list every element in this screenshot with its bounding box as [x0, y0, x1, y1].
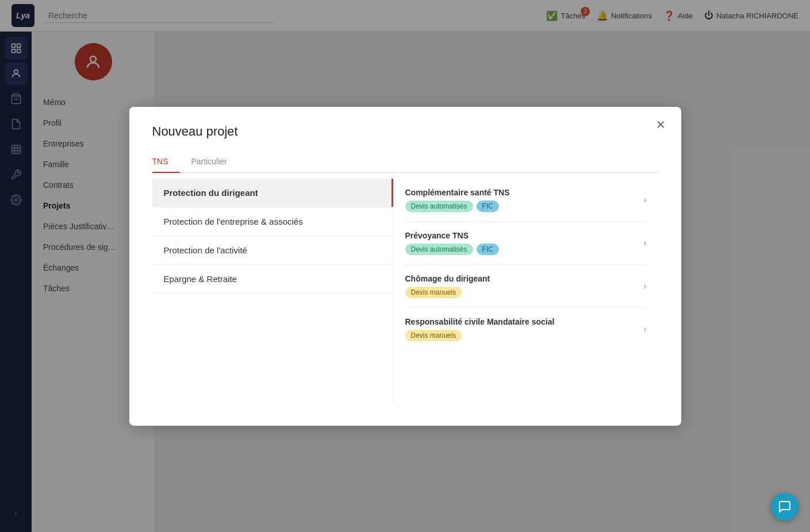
- modal-product-item[interactable]: Prévoyance TNSDevis automatisésFIC›: [405, 222, 647, 265]
- product-name: Chômage du dirigeant: [405, 274, 490, 283]
- product-name: Prévoyance TNS: [405, 231, 499, 240]
- product-badge: Devis automatisés: [405, 244, 473, 255]
- modal-overlay: ✕ Nouveau projet TNSParticulier Protecti…: [0, 0, 810, 532]
- modal-category-item[interactable]: Protection de l'activité: [152, 236, 393, 265]
- product-name: Complémentaire santé TNS: [405, 188, 510, 197]
- chevron-right-icon: ›: [643, 324, 646, 334]
- modal-tabs: TNSParticulier: [152, 151, 658, 173]
- modal-products: Complémentaire santé TNSDevis automatisé…: [394, 173, 658, 403]
- chevron-right-icon: ›: [643, 281, 646, 291]
- modal-category-item[interactable]: Epargne & Retraite: [152, 265, 393, 294]
- modal-category-item[interactable]: Protection de l'entreprise & associés: [152, 207, 393, 236]
- modal-title: Nouveau projet: [152, 124, 658, 139]
- modal: ✕ Nouveau projet TNSParticulier Protecti…: [129, 107, 681, 426]
- product-badge: FIC: [477, 201, 499, 212]
- product-badge: Devis manuels: [405, 330, 462, 341]
- product-name: Responsabilité civile Mandataire social: [405, 317, 555, 326]
- modal-tab[interactable]: TNS: [152, 151, 180, 173]
- chevron-right-icon: ›: [643, 238, 646, 248]
- product-badge: FIC: [477, 244, 499, 255]
- product-badge: Devis automatisés: [405, 201, 473, 212]
- modal-tab[interactable]: Particulier: [191, 151, 239, 173]
- modal-categories: Protection du dirigeantProtection de l'e…: [152, 173, 394, 403]
- modal-product-item[interactable]: Responsabilité civile Mandataire socialD…: [405, 308, 647, 350]
- modal-category-item[interactable]: Protection du dirigeant: [152, 179, 393, 207]
- modal-close-button[interactable]: ✕: [652, 116, 670, 133]
- chat-button[interactable]: [771, 493, 799, 521]
- modal-product-item[interactable]: Complémentaire santé TNSDevis automatisé…: [405, 179, 647, 222]
- modal-body: Protection du dirigeantProtection de l'e…: [152, 173, 658, 403]
- chevron-right-icon: ›: [643, 195, 646, 205]
- modal-product-item[interactable]: Chômage du dirigeantDevis manuels›: [405, 265, 647, 308]
- product-badge: Devis manuels: [405, 287, 462, 298]
